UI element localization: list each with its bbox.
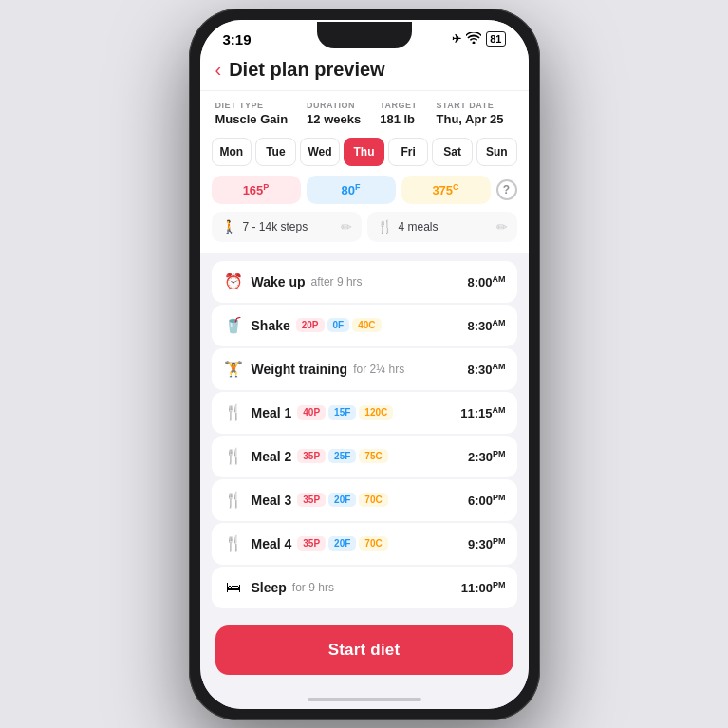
macro-badge-small: 35P — [297, 536, 326, 551]
macro-badge-small: 20F — [328, 536, 356, 551]
macros-inline: 35P20F70C — [297, 536, 387, 551]
schedule-name: Sleep — [252, 580, 287, 595]
back-button[interactable]: ‹ — [215, 60, 222, 79]
schedule-time: 8:00AM — [467, 274, 505, 289]
day-tabs: MonTueWedThuFriSatSun — [200, 138, 529, 176]
schedule-item[interactable]: 🛏 Sleep for 9 hrs 11:00PM — [212, 567, 517, 608]
schedule-item[interactable]: 🍴 Meal 4 35P20F70C 9:30PM — [212, 523, 517, 565]
schedule-item[interactable]: 🍴 Meal 3 35P20F70C 6:00PM — [212, 479, 517, 521]
schedule-icon: 🍴 — [223, 491, 244, 509]
diet-info-label: START DATE — [437, 101, 504, 110]
diet-info-label: DURATION — [307, 101, 361, 110]
diet-info-value: 12 weeks — [307, 112, 361, 126]
macro-badge-small: 70C — [359, 536, 387, 551]
diet-info-value: 181 lb — [380, 112, 417, 126]
steps-label: 7 - 14k steps — [243, 220, 308, 233]
steps-edit-icon[interactable]: ✏ — [341, 219, 352, 234]
page-title: Diet plan preview — [229, 59, 385, 81]
macro-carbs: 375C — [401, 176, 491, 204]
schedule-name: Shake — [252, 318, 290, 333]
macro-badge-small: 0F — [327, 318, 350, 332]
schedule-time: 8:30AM — [467, 362, 505, 377]
macro-badge-small: 75C — [359, 449, 387, 463]
schedule-name: Meal 3 — [252, 493, 292, 508]
macros-row: 165P 80F 375C ? — [200, 176, 529, 212]
macros-inline: 40P15F120C — [297, 405, 393, 420]
schedule-item[interactable]: 🏋 Weight training for 2¼ hrs 8:30AM — [212, 348, 517, 390]
day-tab-fri[interactable]: Fri — [388, 138, 429, 166]
schedule-main: Shake 20P0F40C — [252, 318, 460, 333]
notch — [317, 22, 412, 48]
schedule-name: Wake up — [252, 274, 306, 289]
diet-info-value: Muscle Gain — [215, 112, 289, 126]
steps-activity[interactable]: 🚶 7 - 14k steps ✏ — [212, 212, 362, 242]
schedule-name: Meal 2 — [252, 449, 292, 464]
home-bar — [308, 698, 421, 701]
schedule-sub: after 9 hrs — [311, 275, 363, 289]
macro-badge-small: 70C — [359, 493, 387, 507]
macro-badge-small: 40P — [297, 405, 326, 420]
activity-row: 🚶 7 - 14k steps ✏ 🍴 4 meals ✏ — [200, 212, 529, 253]
diet-info-item: DIET TYPEMuscle Gain — [215, 101, 289, 126]
diet-info-row: DIET TYPEMuscle GainDURATION12 weeksTARG… — [200, 91, 529, 138]
schedule-list: ⏰ Wake up after 9 hrs 8:00AM 🥤 Shake 20P… — [200, 253, 529, 614]
schedule-item[interactable]: 🍴 Meal 1 40P15F120C 11:15AM — [212, 392, 517, 434]
meals-activity[interactable]: 🍴 4 meals ✏ — [367, 212, 517, 242]
macro-badge-small: 120C — [359, 405, 393, 420]
schedule-icon: 🥤 — [223, 316, 244, 334]
meals-label: 4 meals — [399, 220, 439, 233]
schedule-name: Weight training — [252, 362, 348, 377]
schedule-icon: 🍴 — [223, 447, 244, 465]
schedule-main: Wake up after 9 hrs — [252, 274, 460, 289]
macros-inline: 20P0F40C — [296, 318, 382, 332]
schedule-time: 11:00PM — [461, 580, 506, 595]
diet-info-item: START DATEThu, Apr 25 — [437, 101, 504, 126]
meals-icon: 🍴 — [377, 219, 393, 234]
schedule-main: Sleep for 9 hrs — [252, 580, 454, 595]
schedule-sub: for 2¼ hrs — [353, 363, 404, 376]
schedule-time: 8:30AM — [467, 318, 505, 333]
schedule-item[interactable]: 🍴 Meal 2 35P25F75C 2:30PM — [212, 436, 517, 477]
day-tab-sat[interactable]: Sat — [432, 138, 473, 166]
macro-badge-small: 20F — [328, 493, 356, 507]
macro-badge-small: 40C — [352, 318, 381, 332]
day-tab-sun[interactable]: Sun — [476, 138, 517, 166]
day-tab-mon[interactable]: Mon — [212, 138, 252, 166]
macro-help-button[interactable]: ? — [496, 179, 517, 200]
schedule-icon: ⏰ — [223, 272, 244, 290]
schedule-item[interactable]: ⏰ Wake up after 9 hrs 8:00AM — [212, 261, 517, 303]
macro-badge-small: 35P — [297, 449, 326, 463]
macro-badge-small: 25F — [328, 449, 356, 463]
schedule-icon: 🍴 — [223, 534, 244, 552]
macros-inline: 35P25F75C — [297, 449, 387, 463]
schedule-main: Meal 3 35P20F70C — [252, 493, 460, 508]
steps-icon: 🚶 — [221, 219, 237, 234]
header: ‹ Diet plan preview — [200, 51, 529, 91]
phone-frame: 3:19 ✈ 81 ‹ Diet plan preview DIET TYPEM… — [189, 9, 540, 720]
status-time: 3:19 — [223, 31, 252, 47]
home-indicator — [200, 694, 529, 709]
diet-info-label: TARGET — [380, 101, 417, 110]
day-tab-tue[interactable]: Tue — [255, 138, 296, 166]
status-icons: ✈ 81 — [452, 31, 505, 47]
schedule-icon: 🏋 — [223, 360, 244, 378]
schedule-name: Meal 4 — [252, 536, 292, 551]
macro-fat: 80F — [307, 176, 396, 204]
schedule-main: Meal 1 40P15F120C — [252, 405, 454, 420]
day-tab-thu[interactable]: Thu — [344, 138, 384, 166]
macro-badge-small: 15F — [328, 405, 356, 420]
schedule-item[interactable]: 🥤 Shake 20P0F40C 8:30AM — [212, 305, 517, 346]
macro-badge-small: 35P — [297, 493, 326, 507]
schedule-sub: for 9 hrs — [292, 581, 334, 594]
wifi-icon — [466, 32, 481, 47]
screen-content: ‹ Diet plan preview DIET TYPEMuscle Gain… — [200, 51, 529, 614]
diet-info-value: Thu, Apr 25 — [437, 112, 504, 126]
phone-screen: 3:19 ✈ 81 ‹ Diet plan preview DIET TYPEM… — [200, 20, 529, 709]
schedule-time: 9:30PM — [468, 536, 506, 551]
day-tab-wed[interactable]: Wed — [300, 138, 341, 166]
start-diet-button[interactable]: Start diet — [215, 625, 513, 675]
schedule-icon: 🛏 — [223, 579, 244, 596]
schedule-time: 11:15AM — [460, 405, 505, 420]
meals-edit-icon[interactable]: ✏ — [496, 219, 508, 234]
macro-protein: 165P — [212, 176, 301, 204]
